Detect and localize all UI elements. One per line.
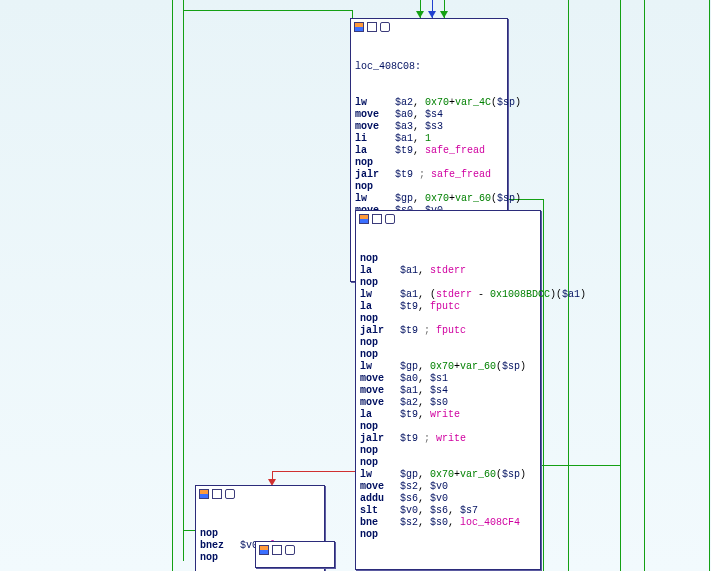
green-edge [543,199,544,571]
green-edge [568,0,569,571]
green-edge [352,10,353,18]
green-edge [183,0,184,561]
node-code [256,558,334,564]
color-icon[interactable] [359,214,369,224]
node-header [196,486,324,502]
graph-canvas[interactable]: loc_408C08: lw$a2, 0x70+var_4C($sp)move$… [0,0,711,571]
bb-next[interactable] [255,541,335,568]
comment-icon[interactable] [385,214,395,224]
chart-icon[interactable] [272,545,282,555]
green-edge [172,0,173,571]
node-header [356,211,540,227]
arrow-blue [428,11,436,18]
comment-icon[interactable] [380,22,390,32]
color-icon[interactable] [354,22,364,32]
green-edge [183,10,352,11]
node-header [351,19,507,35]
green-edge [620,0,621,571]
arrow-green [416,11,424,18]
chart-icon[interactable] [367,22,377,32]
comment-icon[interactable] [285,545,295,555]
node-header [256,542,334,558]
color-icon[interactable] [259,545,269,555]
chart-icon[interactable] [212,489,222,499]
bb-fputc-write[interactable]: nopla$a1, stderrnoplw$a1, (stderr - 0x10… [355,210,541,570]
color-icon[interactable] [199,489,209,499]
comment-icon[interactable] [225,489,235,499]
node-code: nopla$a1, stderrnoplw$a1, (stderr - 0x10… [356,227,540,569]
chart-icon[interactable] [372,214,382,224]
green-edge [709,0,710,571]
green-edge [644,0,645,571]
arrow-green [440,11,448,18]
block-label: loc_408C08: [355,61,421,72]
